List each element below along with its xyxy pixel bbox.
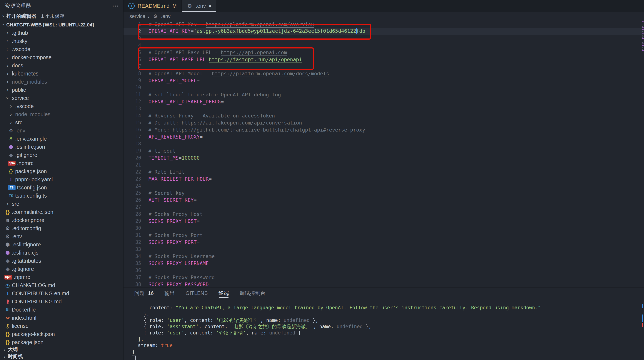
tree-folder-node-modules[interactable]: ›node_modules [0,78,123,86]
panel-tab-输出[interactable]: 输出 [164,288,175,299]
tree-file-dockerfile[interactable]: ≋Dockerfile [0,306,123,314]
tree-file-package-json[interactable]: {}package.json [0,338,123,346]
editor-line-8[interactable]: 8# OpenAI API Model - https://platform.o… [124,70,644,77]
panel-tab-调试控制台[interactable]: 调试控制台 [240,288,266,299]
editor-line-35[interactable]: 35SOCKS_PROXY_USERNAME= [124,260,644,267]
tree-folder-husky[interactable]: ›.husky [0,37,123,45]
tree-file-env[interactable]: ⚙.env [0,232,123,241]
tree-file-package-lock-json[interactable]: {}package-lock.json [0,330,123,338]
tree-file-package-json[interactable]: {}package.json [0,167,123,175]
editor-line-17[interactable]: 17API_REVERSE_PROXY= [124,133,644,140]
open-editors-section[interactable]: › 打开的编辑器 1 个未保存 [0,12,123,20]
tree-file-license[interactable]: ⚷license [0,322,123,330]
tree-folder-vscode[interactable]: ›.vscode [0,45,123,53]
panel-tab-终端[interactable]: 终端 [218,288,229,299]
editor-line-1[interactable]: 1# OpenAI API Key - https://platform.ope… [124,21,644,28]
tree-file-index-html[interactable]: <>index.html [0,314,123,322]
minimap[interactable] [642,21,644,288]
tree-file-dockerignore[interactable]: ≋.dockerignore [0,216,123,224]
editor-line-31[interactable]: 31# Socks Proxy Port [124,232,644,239]
editor-line-32[interactable]: 32SOCKS_PROXY_PORT= [124,239,644,246]
editor-line-30[interactable]: 30 [124,225,644,232]
editor-line-26[interactable]: 26AUTH_SECRET_KEY= [124,196,644,204]
tree-file-editorconfig[interactable]: ⚙.editorconfig [0,224,123,232]
panel-tab-gitlens[interactable]: GITLENS [186,288,208,299]
editor-line-22[interactable]: 22# Rate Limit [124,168,644,175]
tree-folder-src[interactable]: ›src [0,118,123,126]
tree-file-tsup-config-ts[interactable]: TStsup.config.ts [0,192,123,200]
tree-file-gitignore[interactable]: ◆.gitignore [0,265,123,273]
tree-file-contributing-en-md[interactable]: ↓CONTRIBUTING.en.md [0,289,123,298]
terminal-output[interactable]: content: "You are ChatGPT, a large langu… [132,305,640,360]
editor-line-21[interactable]: 21 [124,161,644,168]
editor-line-12[interactable]: 12OPENAI_API_DISABLE_DEBUG= [124,98,644,105]
breadcrumb-item-env[interactable]: .env [161,13,170,19]
terminal-token [172,305,176,311]
tree-file-npmrc[interactable]: npm.npmrc [0,273,123,281]
editor-line-19[interactable]: 19# timeout [124,147,644,154]
tree-folder-kubernetes[interactable]: ›kubernetes [0,69,123,78]
tree-folder-service[interactable]: ›service [0,94,123,102]
terminal-token: content: [150,305,172,311]
tree-folder-docker-compose[interactable]: ›docker-compose [0,53,123,61]
tree-file-eslintrc-json[interactable]: ⬢.eslintrc.json [0,143,123,151]
breadcrumb[interactable]: service › ⚙ .env [124,12,644,21]
editor-line-7[interactable]: 7 [124,63,644,70]
editor-line-23[interactable]: 23MAX_REQUEST_PER_HOUR= [124,175,644,182]
editor-line-34[interactable]: 34# Socks Proxy Username [124,253,644,260]
tree-file-gitignore[interactable]: ◆.gitignore [0,151,123,159]
editor-line-28[interactable]: 28# Socks Proxy Host [124,211,644,218]
editor-line-15[interactable]: 15# Default: https://ai.fakeopen.com/api… [124,119,644,126]
editor-line-2[interactable]: 2OPENAI_API_KEY=fastgpt-y6b3axfbdd5wyp01… [124,28,644,35]
editor-line-6[interactable]: 6OPENAI_API_BASE_URL=https://fastgpt.run… [124,56,644,63]
tree-file-contributing-md[interactable]: ⚷CONTRIBUTING.md [0,298,123,306]
tree-file-changelog-md[interactable]: ◷CHANGELOG.md [0,281,123,289]
tree-file-env-example[interactable]: $.env.example [0,135,123,143]
editor-line-9[interactable]: 9OPENAI_API_MODEL= [124,77,644,84]
editor-line-36[interactable]: 36 [124,267,644,274]
tab-readme-md[interactable]: iREADME.mdM [124,0,182,12]
tree-folder-docs[interactable]: ›docs [0,61,123,69]
tree-folder-vscode[interactable]: ›.vscode [0,102,123,110]
tree-folder-node-modules[interactable]: ›node_modules [0,110,123,118]
timeline-section[interactable]: › 时间线 [0,353,123,360]
editor-line-5[interactable]: 5# OpenAI API Base URL - https://api.ope… [124,49,644,56]
editor-line-20[interactable]: 20TIMEOUT_MS=100000 [124,154,644,161]
editor-line-13[interactable]: 13 [124,105,644,112]
line-content: # Socks Proxy Password [141,275,215,280]
tree-file-pnpm-lock-yaml[interactable]: !pnpm-lock.yaml [0,175,123,184]
tree-folder-public[interactable]: ›public [0,86,123,94]
breadcrumb-item-service[interactable]: service [130,13,145,19]
editor-line-16[interactable]: 16# More: https://github.com/transitive-… [124,126,644,133]
tree-file-eslintrc-cjs[interactable]: ⬢.eslintrc.cjs [0,249,123,257]
more-actions-icon[interactable]: ⋯ [112,2,119,10]
editor-line-3[interactable]: 3 [124,35,644,42]
editor-line-24[interactable]: 24 [124,182,644,189]
tree-file-npmrc[interactable]: npm.npmrc [0,159,123,167]
editor-line-10[interactable]: 10 [124,84,644,91]
tree-file-env[interactable]: ⚙.env [0,126,123,135]
code-editor[interactable]: 1# OpenAI API Key - https://platform.ope… [124,21,644,288]
tree-folder-src[interactable]: ›src [0,200,123,208]
tab-env[interactable]: ⚙.env● [182,0,216,12]
workspace-section[interactable]: › CHATGPT-WEB [WSL: UBUNTU-22.04] [0,20,123,29]
dirty-dot-icon[interactable]: ● [209,3,211,8]
tree-file-commitlintrc-json[interactable]: {}.commitlintrc.json [0,208,123,216]
editor-line-33[interactable]: 33 [124,246,644,253]
tree-file-tsconfig-json[interactable]: TStsconfig.json [0,184,123,192]
editor-line-29[interactable]: 29SOCKS_PROXY_HOST= [124,218,644,225]
editor-line-27[interactable]: 27 [124,204,644,211]
tree-file-gitattributes[interactable]: ◆.gitattributes [0,257,123,265]
line-content: OPENAI_API_DISABLE_DEBUG= [141,99,224,104]
outline-section[interactable]: › 大纲 [0,346,123,353]
editor-line-14[interactable]: 14# Reverse Proxy - Available on accessT… [124,112,644,119]
editor-line-37[interactable]: 37# Socks Proxy Password [124,274,644,281]
editor-line-4[interactable]: 4 [124,42,644,49]
editor-line-18[interactable]: 18 [124,140,644,147]
panel-tab-问题[interactable]: 问题16 [134,288,154,299]
tree-file-eslintignore[interactable]: ⬢.eslintignore [0,241,123,249]
editor-line-38[interactable]: 38SOCKS_PROXY_PASSWORD= [124,281,644,288]
editor-line-11[interactable]: 11# set `true` to disable OpenAI API deb… [124,91,644,98]
tree-folder-github[interactable]: ›.github [0,29,123,37]
editor-line-25[interactable]: 25# Secret key [124,189,644,196]
